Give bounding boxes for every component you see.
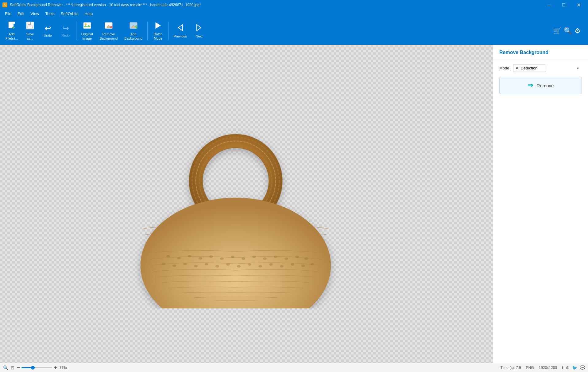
original-image-label: OriginalImage bbox=[81, 32, 93, 40]
mode-label: Mode bbox=[499, 66, 509, 70]
info-icon[interactable]: ℹ bbox=[562, 365, 563, 370]
zoom-slider[interactable] bbox=[21, 367, 52, 368]
svg-point-80 bbox=[237, 265, 241, 268]
svg-rect-0 bbox=[9, 22, 14, 28]
zoom-value: 77% bbox=[60, 366, 71, 370]
toolbar-right-icons: 🛒 🔍 ⚙ bbox=[553, 27, 586, 35]
remove-background-icon bbox=[104, 21, 113, 31]
svg-point-69 bbox=[274, 256, 277, 258]
redo-icon: ↪ bbox=[62, 24, 69, 32]
svg-point-65 bbox=[231, 256, 234, 258]
undo-icon: ↩ bbox=[44, 24, 51, 32]
next-label: Next bbox=[196, 34, 203, 38]
add-file-icon bbox=[7, 21, 16, 31]
window-controls: ─ □ ✕ bbox=[542, 0, 586, 10]
svg-point-63 bbox=[209, 255, 213, 258]
svg-rect-9 bbox=[28, 26, 32, 28]
zoom-minus-button[interactable]: − bbox=[17, 365, 20, 370]
menu-softorbits[interactable]: SoftOrbits bbox=[58, 11, 81, 17]
menu-file[interactable]: File bbox=[2, 11, 14, 17]
redo-label: Redo bbox=[62, 33, 70, 37]
cart-icon[interactable]: 🛒 bbox=[553, 27, 561, 35]
svg-point-82 bbox=[258, 265, 262, 268]
remove-background-button[interactable]: RemoveBackground bbox=[97, 19, 121, 43]
undo-label: Undo bbox=[44, 33, 52, 37]
save-as-button[interactable]: Saveas... bbox=[21, 19, 39, 43]
minimize-button[interactable]: ─ bbox=[542, 0, 556, 10]
save-as-label: Saveas... bbox=[26, 32, 34, 40]
right-panel: Remove Background Mode AI Detection Magi… bbox=[493, 45, 588, 363]
select-arrow-icon: ▼ bbox=[576, 66, 579, 70]
zoom-fit-icon[interactable]: 🔍 bbox=[3, 365, 8, 370]
mode-row: Mode AI Detection Magic Wand Color Range… bbox=[499, 64, 582, 72]
next-icon bbox=[195, 23, 203, 33]
svg-point-87 bbox=[311, 263, 314, 265]
previous-label: Previous bbox=[174, 34, 187, 38]
share-icon[interactable]: ⊕ bbox=[566, 365, 570, 370]
svg-point-61 bbox=[188, 255, 191, 257]
svg-marker-19 bbox=[178, 25, 183, 31]
menu-help[interactable]: Help bbox=[82, 11, 95, 17]
add-background-icon bbox=[129, 21, 138, 31]
remove-button[interactable]: ⇒ Remove bbox=[499, 77, 582, 94]
canvas-area[interactable] bbox=[0, 45, 493, 363]
image-canvas bbox=[128, 100, 343, 308]
status-bar-left: 🔍 ⊡ − + 77% bbox=[3, 365, 497, 370]
add-file-label: AddFile(s)... bbox=[6, 32, 18, 40]
panel-body: Mode AI Detection Magic Wand Color Range… bbox=[493, 59, 588, 99]
dimensions-label: 1920x1280 bbox=[539, 366, 557, 370]
batch-mode-button[interactable]: BatchMode bbox=[149, 19, 167, 43]
menu-tools[interactable]: Tools bbox=[43, 11, 57, 17]
remove-background-label: RemoveBackground bbox=[100, 32, 118, 40]
feedback-icon[interactable]: 💬 bbox=[580, 365, 585, 370]
undo-button[interactable]: ↩ Undo bbox=[39, 19, 56, 43]
svg-point-72 bbox=[304, 257, 308, 260]
zoom-plus-button[interactable]: + bbox=[54, 365, 57, 370]
remove-button-label: Remove bbox=[537, 83, 554, 88]
redo-button[interactable]: ↪ Redo bbox=[57, 19, 74, 43]
svg-point-60 bbox=[177, 257, 181, 259]
add-file-button[interactable]: AddFile(s)... bbox=[2, 19, 21, 43]
close-button[interactable]: ✕ bbox=[571, 0, 586, 10]
svg-point-68 bbox=[263, 257, 267, 260]
original-image-icon bbox=[83, 21, 91, 31]
social-icon[interactable]: 🐦 bbox=[572, 365, 577, 370]
svg-point-77 bbox=[205, 263, 208, 265]
previous-button[interactable]: Previous bbox=[171, 19, 190, 43]
svg-point-86 bbox=[301, 264, 305, 267]
status-bar-right: Time (s): 7.9 PNG 1920x1280 ℹ ⊕ 🐦 💬 bbox=[501, 365, 585, 370]
original-image-button[interactable]: OriginalImage bbox=[78, 19, 96, 43]
toolbar-sep-2 bbox=[147, 22, 148, 40]
svg-point-66 bbox=[242, 257, 245, 260]
next-button[interactable]: Next bbox=[191, 19, 208, 43]
svg-point-71 bbox=[295, 256, 299, 258]
svg-point-62 bbox=[199, 257, 202, 260]
add-background-button[interactable]: AddBackground bbox=[121, 19, 145, 43]
maximize-button[interactable]: □ bbox=[557, 0, 571, 10]
menu-view[interactable]: View bbox=[28, 11, 41, 17]
format-label: PNG bbox=[526, 366, 534, 370]
settings-icon[interactable]: ⚙ bbox=[574, 27, 581, 35]
mode-select[interactable]: AI Detection Magic Wand Color Range bbox=[513, 64, 546, 72]
menu-edit[interactable]: Edit bbox=[15, 11, 27, 17]
svg-point-83 bbox=[269, 263, 273, 266]
toolbar: AddFile(s)... Saveas... ↩ Undo ↪ Redo bbox=[0, 17, 588, 45]
menu-bar: File Edit View Tools SoftOrbits Help bbox=[0, 10, 588, 17]
svg-point-79 bbox=[226, 263, 230, 266]
svg-point-11 bbox=[85, 23, 87, 25]
previous-icon bbox=[176, 23, 184, 33]
svg-marker-20 bbox=[197, 25, 201, 31]
batch-mode-icon bbox=[154, 21, 162, 31]
batch-mode-label: BatchMode bbox=[154, 32, 162, 40]
search-icon[interactable]: 🔍 bbox=[564, 27, 572, 35]
status-right-icons: ℹ ⊕ 🐦 💬 bbox=[562, 365, 585, 370]
svg-point-74 bbox=[172, 264, 176, 267]
svg-point-58 bbox=[141, 198, 331, 308]
panel-header: Remove Background bbox=[493, 45, 588, 59]
title-bar: S SoftOrbits Background Remover - ****Un… bbox=[0, 0, 588, 10]
svg-point-67 bbox=[252, 256, 256, 258]
save-as-icon bbox=[26, 21, 34, 31]
status-bar: 🔍 ⊡ − + 77% Time (s): 7.9 PNG 1920x1280 … bbox=[0, 363, 588, 372]
fit-window-icon[interactable]: ⊡ bbox=[11, 365, 14, 370]
toolbar-sep-3 bbox=[168, 22, 169, 40]
